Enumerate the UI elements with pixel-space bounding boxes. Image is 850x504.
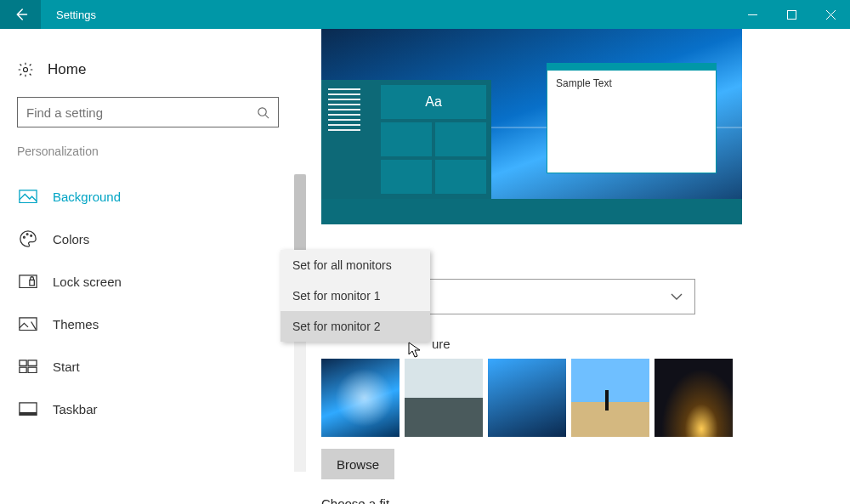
thumbnail-4[interactable] <box>571 359 649 437</box>
sidebar-item-label: Start <box>53 360 80 374</box>
sidebar: Home Personalization Background Colors L… <box>0 29 296 504</box>
svg-rect-14 <box>20 360 26 365</box>
thumbnail-3[interactable] <box>488 359 566 437</box>
minimize-button[interactable] <box>733 0 772 29</box>
sidebar-item-label: Lock screen <box>53 275 122 289</box>
picture-icon <box>19 190 37 204</box>
palette-icon <box>19 229 37 248</box>
back-icon <box>13 7 28 22</box>
main-content: Aa Sample Text Set for all monitors Set … <box>296 29 850 504</box>
sidebar-item-label: Background <box>53 190 121 204</box>
preview-tile-aa: Aa <box>381 85 486 119</box>
taskbar-icon <box>19 402 37 416</box>
window-title: Settings <box>41 8 733 21</box>
sidebar-item-taskbar[interactable]: Taskbar <box>17 388 279 430</box>
thumbnail-1[interactable] <box>321 359 400 437</box>
close-button[interactable] <box>811 0 850 29</box>
thumbnail-5[interactable] <box>654 359 733 437</box>
svg-point-10 <box>31 235 32 236</box>
sidebar-item-colors[interactable]: Colors <box>17 218 279 260</box>
search-input[interactable] <box>26 105 257 120</box>
svg-point-4 <box>24 68 28 72</box>
svg-point-9 <box>26 234 28 235</box>
svg-rect-13 <box>20 318 37 331</box>
context-menu-item-all[interactable]: Set for all monitors <box>280 250 430 280</box>
home-label: Home <box>48 61 86 78</box>
sidebar-item-lockscreen[interactable]: Lock screen <box>17 260 279 303</box>
back-button[interactable] <box>0 0 41 29</box>
search-icon <box>257 106 269 119</box>
sidebar-item-start[interactable]: Start <box>17 345 279 388</box>
minimize-icon <box>748 10 757 20</box>
svg-line-6 <box>265 115 269 118</box>
context-menu-item-monitor2[interactable]: Set for monitor 2 <box>280 311 430 342</box>
chevron-down-icon <box>671 293 683 300</box>
choose-fit-label: Choose a fit <box>321 496 389 504</box>
svg-rect-1 <box>787 10 796 19</box>
lockscreen-icon <box>19 275 37 289</box>
svg-point-8 <box>24 236 26 238</box>
svg-point-5 <box>258 107 266 115</box>
preview-sample-window: Sample Text <box>547 63 717 173</box>
browse-button[interactable]: Browse <box>321 449 394 479</box>
search-box[interactable] <box>17 97 279 127</box>
sidebar-item-themes[interactable]: Themes <box>17 303 279 345</box>
choose-picture-label-partial: ure <box>432 337 450 351</box>
sidebar-item-label: Taskbar <box>53 402 98 416</box>
cursor-icon <box>408 342 422 362</box>
svg-rect-17 <box>28 367 37 372</box>
svg-rect-19 <box>20 412 37 416</box>
preview-start-panel: Aa <box>321 80 491 199</box>
home-link[interactable]: Home <box>17 61 279 78</box>
start-icon <box>19 360 37 374</box>
maximize-button[interactable] <box>772 0 811 29</box>
window-titlebar: Settings <box>0 0 850 29</box>
preview-sample-text: Sample Text <box>547 71 716 96</box>
sidebar-item-label: Colors <box>53 232 89 246</box>
context-menu-item-monitor1[interactable]: Set for monitor 1 <box>280 280 430 311</box>
close-icon <box>826 10 836 20</box>
picture-thumbnails <box>321 359 733 437</box>
gear-icon <box>17 61 34 78</box>
sidebar-item-label: Themes <box>53 317 99 331</box>
thumbnail-2[interactable] <box>405 359 483 437</box>
maximize-icon <box>787 10 796 20</box>
svg-rect-15 <box>28 360 37 365</box>
context-menu: Set for all monitors Set for monitor 1 S… <box>280 250 430 342</box>
themes-icon <box>19 317 37 331</box>
preview-taskbar <box>321 199 742 224</box>
svg-rect-12 <box>30 280 35 285</box>
category-label: Personalization <box>17 144 279 158</box>
svg-rect-16 <box>20 367 26 372</box>
sidebar-item-background[interactable]: Background <box>17 175 279 218</box>
desktop-preview: Aa Sample Text <box>321 29 742 224</box>
